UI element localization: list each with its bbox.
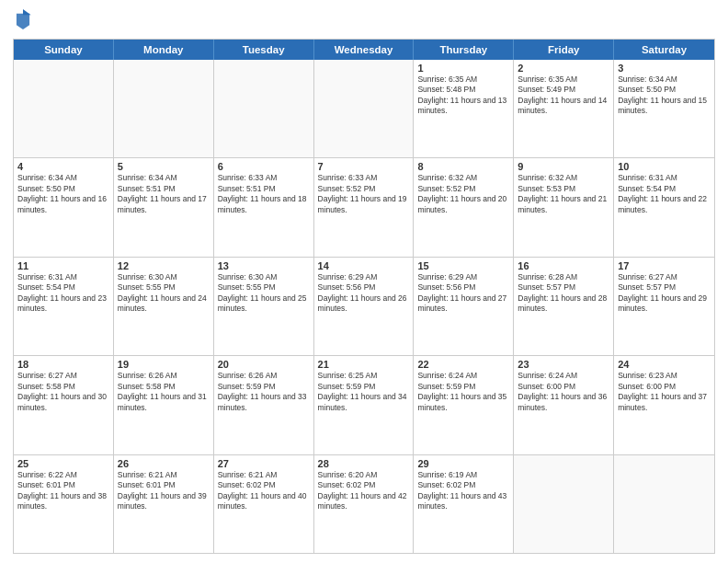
day-info: Sunrise: 6:32 AM Sunset: 5:53 PM Dayligh… — [518, 173, 609, 215]
day-info: Sunrise: 6:35 AM Sunset: 5:49 PM Dayligh… — [518, 75, 609, 117]
day-cell: 11Sunrise: 6:31 AM Sunset: 5:54 PM Dayli… — [14, 258, 114, 355]
week-row-4: 25Sunrise: 6:22 AM Sunset: 6:01 PM Dayli… — [14, 454, 714, 553]
day-number: 5 — [118, 161, 210, 172]
day-info: Sunrise: 6:34 AM Sunset: 5:51 PM Dayligh… — [118, 173, 210, 215]
day-cell: 3Sunrise: 6:34 AM Sunset: 5:50 PM Daylig… — [614, 60, 714, 157]
day-number: 1 — [417, 63, 509, 74]
day-info: Sunrise: 6:24 AM Sunset: 5:59 PM Dayligh… — [417, 371, 509, 413]
day-number: 19 — [118, 359, 210, 370]
day-number: 14 — [318, 260, 410, 271]
week-row-2: 11Sunrise: 6:31 AM Sunset: 5:54 PM Dayli… — [14, 257, 714, 355]
day-info: Sunrise: 6:19 AM Sunset: 6:02 PM Dayligh… — [417, 470, 509, 512]
day-number: 4 — [17, 161, 109, 172]
day-cell — [214, 60, 314, 157]
day-cell: 15Sunrise: 6:29 AM Sunset: 5:56 PM Dayli… — [414, 258, 514, 355]
day-cell: 12Sunrise: 6:30 AM Sunset: 5:55 PM Dayli… — [114, 258, 214, 355]
day-info: Sunrise: 6:21 AM Sunset: 6:02 PM Dayligh… — [218, 470, 310, 512]
day-cell: 22Sunrise: 6:24 AM Sunset: 5:59 PM Dayli… — [414, 356, 514, 454]
week-row-1: 4Sunrise: 6:34 AM Sunset: 5:50 PM Daylig… — [14, 157, 714, 256]
day-header-thursday: Thursday — [414, 40, 514, 60]
day-header-friday: Friday — [514, 40, 614, 60]
day-cell: 14Sunrise: 6:29 AM Sunset: 5:56 PM Dayli… — [314, 258, 415, 355]
day-cell: 1Sunrise: 6:35 AM Sunset: 5:48 PM Daylig… — [414, 60, 514, 157]
day-number: 24 — [618, 359, 711, 370]
day-number: 17 — [618, 260, 711, 271]
day-header-wednesday: Wednesday — [314, 40, 415, 60]
day-info: Sunrise: 6:33 AM Sunset: 5:52 PM Dayligh… — [318, 173, 410, 215]
svg-marker-1 — [23, 9, 31, 15]
header — [13, 9, 715, 33]
day-cell: 5Sunrise: 6:34 AM Sunset: 5:51 PM Daylig… — [114, 158, 214, 256]
logo — [13, 9, 33, 33]
day-cell: 17Sunrise: 6:27 AM Sunset: 5:57 PM Dayli… — [614, 258, 714, 355]
day-number: 13 — [218, 260, 310, 271]
day-info: Sunrise: 6:26 AM Sunset: 5:58 PM Dayligh… — [118, 371, 210, 413]
week-row-3: 18Sunrise: 6:27 AM Sunset: 5:58 PM Dayli… — [14, 355, 714, 454]
day-cell: 16Sunrise: 6:28 AM Sunset: 5:57 PM Dayli… — [514, 258, 614, 355]
day-info: Sunrise: 6:27 AM Sunset: 5:58 PM Dayligh… — [17, 371, 109, 413]
day-cell: 2Sunrise: 6:35 AM Sunset: 5:49 PM Daylig… — [514, 60, 614, 157]
calendar: SundayMondayTuesdayWednesdayThursdayFrid… — [13, 39, 715, 554]
day-header-tuesday: Tuesday — [214, 40, 314, 60]
day-header-saturday: Saturday — [614, 40, 714, 60]
day-info: Sunrise: 6:24 AM Sunset: 6:00 PM Dayligh… — [518, 371, 609, 413]
day-number: 28 — [318, 458, 410, 469]
svg-marker-0 — [17, 14, 29, 29]
day-cell: 4Sunrise: 6:34 AM Sunset: 5:50 PM Daylig… — [14, 158, 114, 256]
day-info: Sunrise: 6:29 AM Sunset: 5:56 PM Dayligh… — [318, 272, 410, 315]
logo-icon — [15, 9, 31, 29]
day-info: Sunrise: 6:33 AM Sunset: 5:51 PM Dayligh… — [218, 173, 310, 215]
day-number: 22 — [417, 359, 509, 370]
day-info: Sunrise: 6:29 AM Sunset: 5:56 PM Dayligh… — [417, 272, 509, 315]
day-cell: 28Sunrise: 6:20 AM Sunset: 6:02 PM Dayli… — [314, 455, 415, 553]
day-number: 6 — [218, 161, 310, 172]
day-cell: 7Sunrise: 6:33 AM Sunset: 5:52 PM Daylig… — [314, 158, 415, 256]
day-cell: 19Sunrise: 6:26 AM Sunset: 5:58 PM Dayli… — [114, 356, 214, 454]
day-info: Sunrise: 6:35 AM Sunset: 5:48 PM Dayligh… — [417, 75, 509, 117]
day-number: 11 — [17, 260, 109, 271]
day-number: 2 — [518, 63, 609, 74]
day-cell: 21Sunrise: 6:25 AM Sunset: 5:59 PM Dayli… — [314, 356, 415, 454]
day-cell — [314, 60, 415, 157]
day-info: Sunrise: 6:31 AM Sunset: 5:54 PM Dayligh… — [17, 272, 109, 315]
day-cell: 9Sunrise: 6:32 AM Sunset: 5:53 PM Daylig… — [514, 158, 614, 256]
day-number: 27 — [218, 458, 310, 469]
day-cell: 6Sunrise: 6:33 AM Sunset: 5:51 PM Daylig… — [214, 158, 314, 256]
day-number: 7 — [318, 161, 410, 172]
day-number: 16 — [518, 260, 609, 271]
day-number: 26 — [118, 458, 210, 469]
day-cell: 24Sunrise: 6:23 AM Sunset: 6:00 PM Dayli… — [614, 356, 714, 454]
day-info: Sunrise: 6:23 AM Sunset: 6:00 PM Dayligh… — [618, 371, 711, 413]
day-cell — [14, 60, 114, 157]
day-info: Sunrise: 6:21 AM Sunset: 6:01 PM Dayligh… — [118, 470, 210, 512]
day-info: Sunrise: 6:25 AM Sunset: 5:59 PM Dayligh… — [318, 371, 410, 413]
day-number: 10 — [618, 161, 711, 172]
day-cell — [114, 60, 214, 157]
day-number: 21 — [318, 359, 410, 370]
day-number: 9 — [518, 161, 609, 172]
day-number: 15 — [417, 260, 509, 271]
day-cell: 25Sunrise: 6:22 AM Sunset: 6:01 PM Dayli… — [14, 455, 114, 553]
day-number: 29 — [417, 458, 509, 469]
day-info: Sunrise: 6:27 AM Sunset: 5:57 PM Dayligh… — [618, 272, 711, 315]
day-number: 8 — [417, 161, 509, 172]
day-info: Sunrise: 6:32 AM Sunset: 5:52 PM Dayligh… — [417, 173, 509, 215]
day-cell: 23Sunrise: 6:24 AM Sunset: 6:00 PM Dayli… — [514, 356, 614, 454]
day-number: 20 — [218, 359, 310, 370]
day-info: Sunrise: 6:26 AM Sunset: 5:59 PM Dayligh… — [218, 371, 310, 413]
day-cell: 13Sunrise: 6:30 AM Sunset: 5:55 PM Dayli… — [214, 258, 314, 355]
day-cell: 27Sunrise: 6:21 AM Sunset: 6:02 PM Dayli… — [214, 455, 314, 553]
day-number: 25 — [17, 458, 109, 469]
day-info: Sunrise: 6:30 AM Sunset: 5:55 PM Dayligh… — [218, 272, 310, 315]
day-cell: 18Sunrise: 6:27 AM Sunset: 5:58 PM Dayli… — [14, 356, 114, 454]
day-info: Sunrise: 6:22 AM Sunset: 6:01 PM Dayligh… — [17, 470, 109, 512]
day-info: Sunrise: 6:30 AM Sunset: 5:55 PM Dayligh… — [118, 272, 210, 315]
day-number: 3 — [618, 63, 711, 74]
day-header-sunday: Sunday — [14, 40, 114, 60]
day-cell — [514, 455, 614, 553]
day-cell: 20Sunrise: 6:26 AM Sunset: 5:59 PM Dayli… — [214, 356, 314, 454]
day-info: Sunrise: 6:31 AM Sunset: 5:54 PM Dayligh… — [618, 173, 711, 215]
calendar-header: SundayMondayTuesdayWednesdayThursdayFrid… — [14, 40, 714, 60]
day-info: Sunrise: 6:34 AM Sunset: 5:50 PM Dayligh… — [618, 75, 711, 117]
day-number: 12 — [118, 260, 210, 271]
